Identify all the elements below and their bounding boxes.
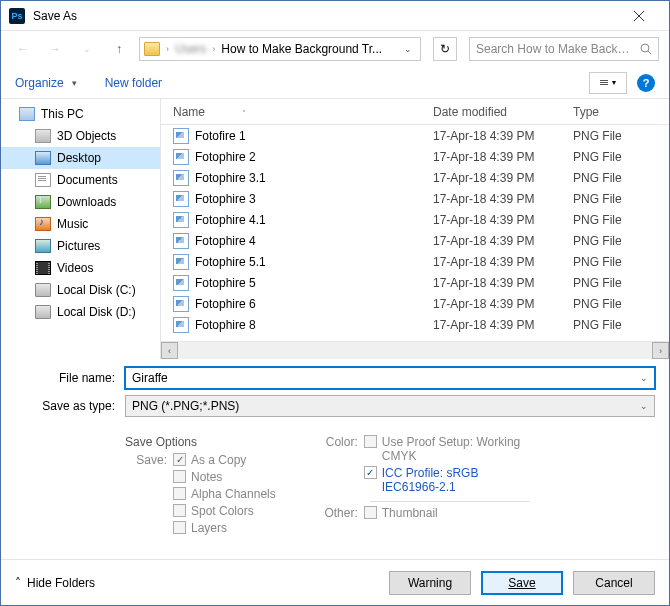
sidebar-item[interactable]: Videos xyxy=(1,257,160,279)
footer: ˄ Hide Folders Warning Save Cancel xyxy=(1,559,669,605)
scroll-left-icon[interactable]: ‹ xyxy=(161,342,178,359)
sidebar-item-label: Desktop xyxy=(57,151,101,165)
column-headers: Name ˄ Date modified Type xyxy=(161,99,669,125)
address-bar[interactable]: › Users › How to Make Background Tr... ⌄ xyxy=(139,37,421,61)
savetype-dropdown[interactable]: PNG (*.PNG;*.PNS) ⌄ xyxy=(125,395,655,417)
checkbox-icon xyxy=(173,453,186,466)
checkbox-icon xyxy=(173,504,186,517)
navbar: ← → ⌄ ↑ › Users › How to Make Background… xyxy=(1,31,669,67)
file-row[interactable]: Fotophire 3.117-Apr-18 4:39 PMPNG File xyxy=(161,167,669,188)
file-type: PNG File xyxy=(573,234,669,248)
hide-folders-toggle[interactable]: ˄ Hide Folders xyxy=(15,576,95,590)
sidebar-item-label: 3D Objects xyxy=(57,129,116,143)
sidebar-item[interactable]: Music xyxy=(1,213,160,235)
filename-input[interactable]: Giraffe ⌄ xyxy=(125,367,655,389)
opt-proof-setup: Use Proof Setup: Working CMYK xyxy=(364,435,534,463)
checkbox-icon[interactable] xyxy=(364,466,377,479)
opt-alpha: Alpha Channels xyxy=(173,487,276,501)
file-name: Fotophire 3 xyxy=(195,192,256,206)
file-row[interactable]: Fotophire 517-Apr-18 4:39 PMPNG File xyxy=(161,272,669,293)
cancel-button[interactable]: Cancel xyxy=(573,571,655,595)
file-row[interactable]: Fotophire 417-Apr-18 4:39 PMPNG File xyxy=(161,230,669,251)
file-name: Fotophire 3.1 xyxy=(195,171,266,185)
sidebar-item-label: Documents xyxy=(57,173,118,187)
photoshop-icon: Ps xyxy=(9,8,25,24)
filename-label: File name: xyxy=(15,371,125,385)
help-button[interactable]: ? xyxy=(637,74,655,92)
sidebar-item-label: Local Disk (D:) xyxy=(57,305,136,319)
organize-menu[interactable]: Organize ▾ xyxy=(15,76,81,90)
new-folder-button[interactable]: New folder xyxy=(105,76,162,90)
sidebar-item[interactable]: Documents xyxy=(1,169,160,191)
file-date: 17-Apr-18 4:39 PM xyxy=(433,129,573,143)
recent-dropdown[interactable]: ⌄ xyxy=(75,37,99,61)
col-type[interactable]: Type xyxy=(573,105,669,119)
chevron-down-icon[interactable]: ⌄ xyxy=(640,401,648,411)
breadcrumb-current[interactable]: How to Make Background Tr... xyxy=(221,42,382,56)
sidebar-item[interactable]: Desktop xyxy=(1,147,160,169)
sidebar-item[interactable]: Local Disk (D:) xyxy=(1,301,160,323)
forward-button[interactable]: → xyxy=(43,37,67,61)
opt-icc-profile[interactable]: ICC Profile: sRGB IEC61966-2.1 xyxy=(364,466,534,494)
other-label: Other: xyxy=(316,506,364,520)
breadcrumb-hidden[interactable]: Users xyxy=(175,42,206,56)
folder-icon xyxy=(35,261,51,275)
png-file-icon xyxy=(173,128,189,144)
sidebar-item-label: Music xyxy=(57,217,88,231)
file-row[interactable]: Fotophire 317-Apr-18 4:39 PMPNG File xyxy=(161,188,669,209)
file-row[interactable]: Fotophire 617-Apr-18 4:39 PMPNG File xyxy=(161,293,669,314)
sidebar-item[interactable]: 3D Objects xyxy=(1,125,160,147)
file-row[interactable]: Fotophire 817-Apr-18 4:39 PMPNG File xyxy=(161,314,669,335)
folder-icon xyxy=(35,151,51,165)
refresh-button[interactable]: ↻ xyxy=(433,37,457,61)
file-type: PNG File xyxy=(573,129,669,143)
file-name: Fotophire 6 xyxy=(195,297,256,311)
file-name: Fotophire 5.1 xyxy=(195,255,266,269)
file-list[interactable]: Fotofire 117-Apr-18 4:39 PMPNG FileFotop… xyxy=(161,125,669,342)
file-date: 17-Apr-18 4:39 PM xyxy=(433,171,573,185)
sidebar-item[interactable]: Pictures xyxy=(1,235,160,257)
up-button[interactable]: ↑ xyxy=(107,37,131,61)
view-mode-button[interactable]: ▾ xyxy=(589,72,627,94)
col-name[interactable]: Name ˄ xyxy=(173,105,433,119)
folder-icon xyxy=(19,107,35,121)
warning-button[interactable]: Warning xyxy=(389,571,471,595)
close-button[interactable] xyxy=(616,1,661,31)
folder-icon xyxy=(35,217,51,231)
save-button[interactable]: Save xyxy=(481,571,563,595)
svg-point-2 xyxy=(641,44,649,52)
horizontal-scrollbar[interactable]: ‹ › xyxy=(161,342,669,359)
file-type: PNG File xyxy=(573,318,669,332)
refresh-icon: ↻ xyxy=(440,42,450,56)
toolbar: Organize ▾ New folder ▾ ? xyxy=(1,67,669,99)
save-label: Save: xyxy=(125,453,173,467)
file-type: PNG File xyxy=(573,192,669,206)
folder-icon xyxy=(144,42,160,56)
sidebar-item-label: Pictures xyxy=(57,239,100,253)
chevron-down-icon: ▾ xyxy=(68,78,81,88)
search-input[interactable]: Search How to Make Backgro... xyxy=(469,37,659,61)
file-row[interactable]: Fotophire 4.117-Apr-18 4:39 PMPNG File xyxy=(161,209,669,230)
sidebar-item[interactable]: Downloads xyxy=(1,191,160,213)
sidebar-item[interactable]: Local Disk (C:) xyxy=(1,279,160,301)
chevron-up-icon: ˄ xyxy=(15,576,21,590)
opt-spot: Spot Colors xyxy=(173,504,276,518)
back-button[interactable]: ← xyxy=(11,37,35,61)
file-pane: Name ˄ Date modified Type Fotofire 117-A… xyxy=(161,99,669,359)
opt-thumbnail: Thumbnail xyxy=(364,506,438,520)
sidebar[interactable]: This PC3D ObjectsDesktopDocumentsDownloa… xyxy=(1,99,161,359)
chevron-down-icon[interactable]: ⌄ xyxy=(640,373,648,383)
sidebar-item[interactable]: This PC xyxy=(1,103,160,125)
file-type: PNG File xyxy=(573,297,669,311)
save-options-header: Save Options xyxy=(125,435,276,449)
close-icon xyxy=(634,11,644,21)
file-date: 17-Apr-18 4:39 PM xyxy=(433,150,573,164)
checkbox-icon xyxy=(173,470,186,483)
opt-as-a-copy: As a Copy xyxy=(173,453,276,467)
file-row[interactable]: Fotophire 217-Apr-18 4:39 PMPNG File xyxy=(161,146,669,167)
col-date[interactable]: Date modified xyxy=(433,105,573,119)
scroll-right-icon[interactable]: › xyxy=(652,342,669,359)
address-dropdown[interactable]: ⌄ xyxy=(400,44,416,54)
file-row[interactable]: Fotophire 5.117-Apr-18 4:39 PMPNG File xyxy=(161,251,669,272)
file-row[interactable]: Fotofire 117-Apr-18 4:39 PMPNG File xyxy=(161,125,669,146)
